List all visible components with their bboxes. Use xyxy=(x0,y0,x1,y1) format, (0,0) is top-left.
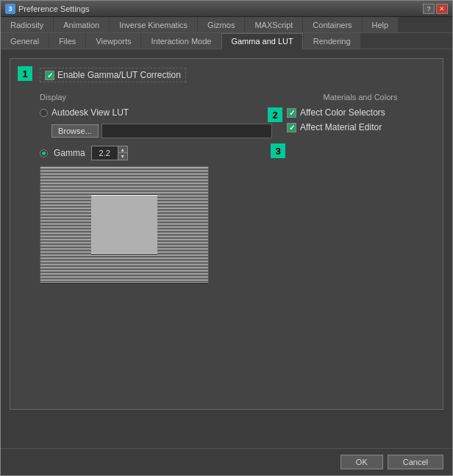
gamma-spinner: ▲ ▼ xyxy=(118,146,127,160)
close-button[interactable]: ✕ xyxy=(436,4,448,14)
tab-row-1: Radiosity Animation Inverse Kinematics G… xyxy=(1,17,452,33)
ok-button[interactable]: OK xyxy=(340,455,383,469)
materials-section: Materials and Colors 2 Affect Color Sele… xyxy=(287,93,434,284)
affect-color-selectors-label: Affect Color Selectors xyxy=(300,107,385,118)
tab-general[interactable]: General xyxy=(1,33,49,49)
tab-inverse-kinematics[interactable]: Inverse Kinematics xyxy=(110,17,197,32)
preference-settings-window: 3 Preference Settings ? ✕ Radiosity Anim… xyxy=(0,0,453,476)
step2-wrap: 2 Affect Color Selectors Affect Material… xyxy=(287,107,434,132)
tab-containers[interactable]: Containers xyxy=(303,17,361,32)
tab-viewports[interactable]: Viewports xyxy=(86,33,140,49)
tab-maxscript[interactable]: MAXScript xyxy=(245,17,302,32)
cancel-button[interactable]: Cancel xyxy=(388,455,443,469)
enable-gamma-checkbox[interactable] xyxy=(45,71,54,80)
step1-badge: 1 xyxy=(18,66,32,81)
help-button[interactable]: ? xyxy=(423,4,435,14)
autodesk-view-lut-radio[interactable] xyxy=(40,109,48,117)
autodesk-view-lut-row: Autodesk View LUT xyxy=(40,107,272,118)
enable-gamma-label: Enable Gamma/LUT Correction xyxy=(57,70,181,80)
autodesk-view-lut-label: Autodesk View LUT xyxy=(51,107,129,118)
affect-material-editor-row: Affect Material Editor xyxy=(287,122,434,132)
tab-animation[interactable]: Animation xyxy=(54,17,109,32)
gamma-preview xyxy=(40,166,209,284)
affect-material-editor-checkbox[interactable] xyxy=(287,123,296,132)
enable-gamma-row: Enable Gamma/LUT Correction xyxy=(40,68,434,82)
enable-gamma-checkbox-container: Enable Gamma/LUT Correction xyxy=(40,68,186,82)
tab-row-2: General Files Viewports Interaction Mode… xyxy=(1,33,452,49)
gamma-input[interactable] xyxy=(92,146,118,160)
content-area: 1 Enable Gamma/LUT Correction Display Au… xyxy=(1,49,452,448)
materials-colors-label: Materials and Colors xyxy=(287,93,434,102)
affect-material-editor-label: Affect Material Editor xyxy=(300,122,382,132)
bottom-bar: OK Cancel xyxy=(1,448,452,475)
browse-button[interactable]: Browse... xyxy=(51,124,99,138)
tab-gamma-lut[interactable]: Gamma and LUT xyxy=(221,33,302,49)
gamma-down-arrow[interactable]: ▼ xyxy=(118,153,127,160)
display-label: Display xyxy=(40,93,272,102)
title-bar-left: 3 Preference Settings xyxy=(5,4,90,14)
gamma-preview-center xyxy=(91,196,157,255)
step2-badge: 2 xyxy=(268,107,282,122)
title-bar-buttons: ? ✕ xyxy=(423,4,448,14)
main-section: 1 Enable Gamma/LUT Correction Display Au… xyxy=(10,58,443,410)
browse-input[interactable] xyxy=(101,124,272,138)
two-columns: Display Autodesk View LUT Browse... Gamm… xyxy=(40,93,434,284)
display-section: Display Autodesk View LUT Browse... Gamm… xyxy=(40,93,272,284)
tab-help[interactable]: Help xyxy=(363,17,399,32)
affect-color-selectors-checkbox[interactable] xyxy=(287,108,296,118)
tab-files[interactable]: Files xyxy=(49,33,85,49)
tab-rendering[interactable]: Rendering xyxy=(304,33,360,49)
tab-gizmos[interactable]: Gizmos xyxy=(198,17,244,32)
gamma-up-arrow[interactable]: ▲ xyxy=(118,146,127,153)
window-title: Preference Settings xyxy=(18,4,90,13)
gamma-row: Gamma ▲ ▼ 3 xyxy=(40,146,272,160)
title-bar: 3 Preference Settings ? ✕ xyxy=(1,1,452,17)
step3-badge: 3 xyxy=(271,143,285,158)
gamma-label: Gamma xyxy=(54,148,85,158)
browse-row: Browse... xyxy=(51,124,272,138)
tab-radiosity[interactable]: Radiosity xyxy=(1,17,53,32)
gamma-input-wrap: ▲ ▼ xyxy=(91,146,128,160)
tab-interaction-mode[interactable]: Interaction Mode xyxy=(141,33,221,49)
gamma-radio[interactable] xyxy=(40,149,48,157)
app-icon: 3 xyxy=(5,4,15,14)
affect-color-selectors-row: Affect Color Selectors xyxy=(287,107,434,118)
